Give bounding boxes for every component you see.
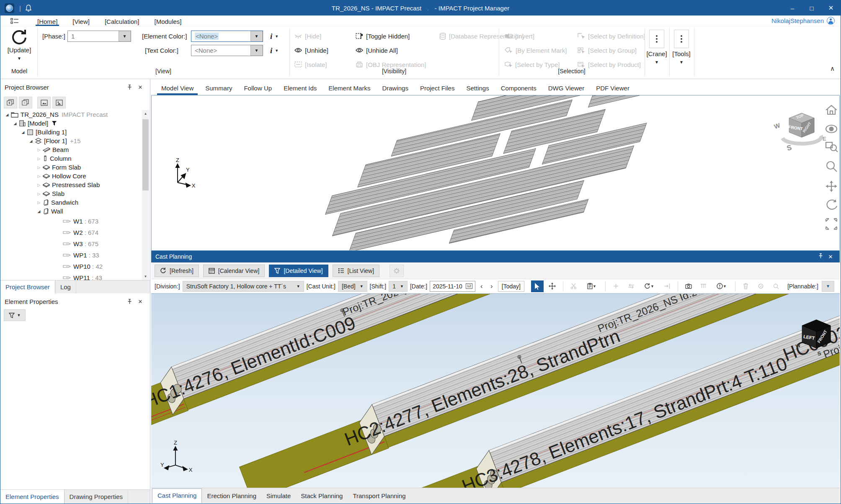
- element-properties-close-icon[interactable]: ✕: [135, 297, 146, 306]
- tab-project-browser[interactable]: Project Browser: [0, 280, 55, 293]
- tree-item-building-1[interactable]: ◢ [Building 1]: [0, 128, 150, 136]
- move-element-button[interactable]: [546, 280, 559, 292]
- expander-open-icon[interactable]: ◢: [20, 130, 26, 134]
- expander-closed-icon[interactable]: ▷: [36, 157, 42, 161]
- text-color-info-button[interactable]: i▼: [266, 45, 283, 56]
- view-cube[interactable]: W S E TOP FRONT RIGHT: [773, 113, 826, 152]
- project-browser-close-icon[interactable]: ✕: [135, 82, 146, 92]
- tab-dwg-viewer[interactable]: DWG Viewer: [542, 81, 590, 95]
- expander-closed-icon[interactable]: ▷: [36, 192, 42, 196]
- tree-item-column[interactable]: ▷ Column: [0, 154, 150, 163]
- tools-dropdown-arrow-icon[interactable]: ▼: [679, 60, 684, 64]
- select-cursor-button[interactable]: [531, 280, 544, 292]
- tree-scrollbar[interactable]: ▲ ▼: [142, 110, 149, 280]
- expander-closed-icon[interactable]: ▷: [36, 165, 42, 170]
- tree-item-wp11[interactable]: WP11 : 43: [0, 272, 150, 280]
- zoom-window-icon[interactable]: [826, 142, 838, 152]
- tab-element-properties[interactable]: Element Properties: [0, 490, 64, 504]
- unhide-all-button[interactable]: [Unhide All]: [356, 45, 398, 56]
- zoom-icon[interactable]: [827, 162, 837, 172]
- unhide-button[interactable]: [Unhide]: [294, 45, 328, 56]
- element-color-info-button[interactable]: i▼: [266, 31, 283, 42]
- shift-dropdown[interactable]: 1 ▼: [389, 281, 408, 292]
- text-color-dropdown-arrow-icon[interactable]: ▼: [250, 45, 263, 56]
- tree-item-beam[interactable]: ▷ Beam: [0, 145, 150, 154]
- cast-unit-dropdown[interactable]: [Bed] ▼: [338, 281, 367, 292]
- rotate-view-icon[interactable]: [827, 199, 837, 209]
- tab-cast-planning[interactable]: Cast Planning: [152, 489, 202, 503]
- ribbon-collapse-button[interactable]: ∧: [830, 65, 835, 72]
- show-model-image-button[interactable]: [37, 97, 51, 108]
- tab-log[interactable]: Log: [55, 280, 76, 293]
- minimize-button[interactable]: –: [783, 0, 802, 15]
- close-button[interactable]: ✕: [821, 0, 841, 15]
- tree-item-floor-1[interactable]: ◢ [Floor 1] +15: [0, 136, 150, 145]
- text-color-combobox[interactable]: <None> ▼: [191, 45, 263, 56]
- tree-item-sandwich[interactable]: ▷ Sandwich: [0, 198, 150, 207]
- visibility-eye-icon[interactable]: [826, 125, 837, 133]
- compass-south-label[interactable]: S: [786, 144, 793, 152]
- fullscreen-icon[interactable]: [826, 219, 837, 229]
- snapshot-button[interactable]: [682, 280, 695, 292]
- cast-planning-pin-icon[interactable]: [815, 253, 826, 260]
- division-dropdown[interactable]: StruSoft Factory 1, Hollow core + TT´s ▼: [183, 281, 304, 292]
- crane-dropdown-arrow-icon[interactable]: ▼: [655, 60, 659, 64]
- phase-combobox[interactable]: 1 ▼: [67, 31, 131, 42]
- tab-home[interactable]: [Home]: [31, 15, 63, 26]
- paste-options-button[interactable]: ▼: [583, 280, 601, 292]
- pan-icon[interactable]: [826, 181, 837, 192]
- plannable-dropdown-arrow-icon[interactable]: ▼: [822, 281, 834, 292]
- today-button[interactable]: [Today]: [498, 281, 524, 292]
- collapse-all-button[interactable]: [19, 97, 32, 108]
- project-browser-pin-icon[interactable]: [124, 82, 135, 92]
- tab-stack-planning[interactable]: Stack Planning: [296, 489, 348, 502]
- expander-open-icon[interactable]: ◢: [12, 121, 18, 126]
- tree-item-wp1[interactable]: WP1 : 33: [0, 249, 150, 261]
- home-view-icon[interactable]: [826, 105, 837, 114]
- tree-item-form-slab[interactable]: ▷ Form Slab: [0, 163, 150, 172]
- tab-model-view[interactable]: Model View: [155, 81, 199, 95]
- tab-summary[interactable]: Summary: [199, 81, 238, 95]
- element-color-combobox[interactable]: <None> ▼: [191, 31, 263, 42]
- tree-item-wall[interactable]: ◢ Wall: [0, 207, 150, 216]
- previous-day-button[interactable]: ‹: [478, 282, 485, 291]
- tab-follow-up[interactable]: Follow Up: [238, 81, 278, 95]
- tree-item-w1[interactable]: W1 : 673: [0, 216, 150, 227]
- tab-element-ids[interactable]: Element Ids: [278, 81, 322, 95]
- menu-list-icon[interactable]: [10, 18, 19, 24]
- crane-button[interactable]: [Crane] ▼: [645, 30, 669, 64]
- tab-transport-planning[interactable]: Transport Planning: [348, 489, 410, 502]
- floor-slab-cluster[interactable]: [273, 95, 700, 250]
- tab-drawings[interactable]: Drawings: [376, 81, 414, 95]
- rotate-element-button[interactable]: ▼: [640, 280, 658, 292]
- cast-3d-view[interactable]: HC3: [151, 294, 840, 489]
- tab-simulate[interactable]: Simulate: [261, 489, 296, 502]
- expander-closed-icon[interactable]: ▷: [36, 201, 42, 205]
- notifications-bell-icon[interactable]: [25, 4, 32, 12]
- app-logo-icon[interactable]: [5, 3, 14, 13]
- tree-item-wp10[interactable]: WP10 : 42: [0, 261, 150, 272]
- tab-drawing-properties[interactable]: Drawing Properties: [64, 490, 129, 504]
- model-3d-view[interactable]: Z Y X W S E TOP FRONT RIGHT: [152, 95, 839, 250]
- detailed-view-button[interactable]: [Detailed View]: [269, 265, 328, 277]
- list-view-button[interactable]: [List View]: [333, 265, 380, 277]
- refresh-button[interactable]: [Refresh]: [155, 265, 199, 277]
- cast-planning-close-icon[interactable]: ✕: [826, 254, 836, 260]
- expander-closed-icon[interactable]: ▷: [36, 174, 42, 178]
- scroll-up-icon[interactable]: ▲: [142, 110, 149, 117]
- toggle-hidden-button[interactable]: [Toggle Hidden]: [356, 31, 410, 41]
- update-model-button[interactable]: [Update] ▼: [2, 28, 36, 61]
- tab-components[interactable]: Components: [495, 81, 542, 95]
- date-picker-calendar-icon[interactable]: 12: [466, 283, 472, 289]
- expander-closed-icon[interactable]: ▷: [36, 148, 42, 152]
- tab-pdf-viewer[interactable]: PDF Viewer: [590, 81, 635, 95]
- properties-filter-button[interactable]: ▼: [4, 309, 26, 321]
- expander-open-icon[interactable]: ◢: [36, 209, 42, 213]
- tools-button[interactable]: [Tools] ▼: [669, 30, 694, 64]
- expand-all-button[interactable]: [4, 97, 17, 108]
- next-day-button[interactable]: ›: [488, 282, 495, 291]
- compass-east-label[interactable]: E: [823, 136, 826, 142]
- tree-item-project-root[interactable]: ◢ TR_2026_NS IMPACT Precast: [0, 110, 150, 119]
- tab-calculation[interactable]: [Calculation]: [99, 15, 145, 26]
- expander-open-icon[interactable]: ◢: [28, 139, 34, 143]
